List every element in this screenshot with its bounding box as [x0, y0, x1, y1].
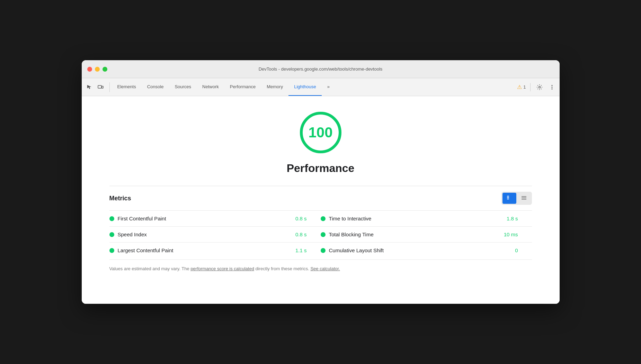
svg-rect-10 — [507, 199, 509, 199]
metric-name-tti: Time to Interactive — [329, 216, 372, 221]
metric-item-tti: Time to Interactive 1.8 s — [321, 216, 532, 221]
metric-name-cls: Cumulative Layout Shift — [329, 247, 384, 253]
metrics-section: Metrics — [109, 186, 532, 272]
metric-value-si: 0.8 s — [295, 231, 321, 237]
svg-point-5 — [551, 88, 552, 89]
tab-performance[interactable]: Performance — [224, 78, 261, 96]
metric-name-tbt: Total Blocking Time — [329, 231, 374, 237]
metric-dot-fcp — [109, 216, 114, 221]
svg-point-2 — [538, 86, 540, 88]
tab-memory[interactable]: Memory — [261, 78, 288, 96]
svg-rect-8 — [507, 196, 509, 197]
metric-value-lcp: 1.1 s — [295, 247, 321, 253]
traffic-lights — [87, 67, 107, 72]
metrics-footer: Values are estimated and may vary. The p… — [109, 260, 532, 272]
toggle-grid-view-button[interactable] — [502, 193, 516, 204]
tab-lighthouse[interactable]: Lighthouse — [288, 78, 322, 96]
metric-value-cls: 0 — [515, 247, 532, 253]
metrics-title: Metrics — [109, 195, 131, 202]
svg-rect-1 — [102, 86, 103, 88]
toolbar-icons — [84, 82, 110, 92]
lighthouse-panel: 100 Performance Metrics — [82, 96, 560, 304]
metric-value-tbt: 10 ms — [504, 231, 532, 237]
settings-button[interactable] — [535, 82, 544, 92]
tab-console[interactable]: Console — [142, 78, 169, 96]
inspect-element-button[interactable] — [84, 82, 94, 92]
warning-icon: ⚠ — [517, 84, 522, 90]
svg-point-4 — [551, 87, 552, 88]
metric-dot-si — [109, 232, 114, 237]
performance-score-link[interactable]: performance score is calculated — [190, 266, 254, 271]
devtools-toolbar: Elements Console Sources Network Perform… — [82, 78, 560, 96]
divider — [530, 83, 531, 91]
calculator-link[interactable]: See calculator. — [310, 266, 340, 271]
metric-dot-lcp — [109, 248, 114, 253]
score-section: 100 Performance — [109, 110, 532, 175]
svg-point-3 — [551, 85, 552, 86]
metrics-grid: First Contentful Paint 0.8 s Time to Int… — [109, 210, 532, 258]
svg-rect-9 — [507, 197, 509, 198]
metric-name-fcp: First Contentful Paint — [118, 216, 166, 221]
metrics-header: Metrics — [109, 192, 532, 205]
tab-network[interactable]: Network — [197, 78, 224, 96]
svg-rect-0 — [98, 85, 101, 88]
metric-dot-cls — [321, 248, 326, 253]
svg-rect-12 — [522, 198, 526, 198]
score-number: 100 — [308, 124, 332, 141]
devtools-window: DevTools - developers.google.com/web/too… — [82, 60, 560, 304]
svg-rect-11 — [522, 196, 526, 197]
score-label: Performance — [287, 162, 355, 175]
metric-item-cls: Cumulative Layout Shift 0 — [321, 247, 532, 253]
metric-name-si: Speed Index — [118, 231, 147, 237]
metric-row-3: Largest Contentful Paint 1.1 s Cumulativ… — [109, 242, 532, 258]
metric-value-fcp: 0.8 s — [295, 216, 321, 221]
window-title: DevTools - developers.google.com/web/too… — [259, 66, 383, 72]
toolbar-right: ⚠ 1 — [514, 82, 557, 92]
tab-list: Elements Console Sources Network Perform… — [112, 78, 514, 96]
score-circle: 100 — [298, 110, 343, 155]
tab-elements[interactable]: Elements — [112, 78, 142, 96]
device-toggle-button[interactable] — [96, 82, 105, 92]
metric-value-tti: 1.8 s — [507, 216, 532, 221]
metric-name-lcp: Largest Contentful Paint — [118, 247, 173, 253]
maximize-button[interactable] — [103, 67, 107, 72]
svg-rect-13 — [522, 199, 526, 200]
title-bar: DevTools - developers.google.com/web/too… — [82, 60, 560, 78]
metric-dot-tbt — [321, 232, 326, 237]
metric-item-tbt: Total Blocking Time 10 ms — [321, 231, 532, 237]
metric-item-lcp: Largest Contentful Paint 1.1 s — [109, 247, 321, 253]
metric-row-1: First Contentful Paint 0.8 s Time to Int… — [109, 210, 532, 226]
minimize-button[interactable] — [95, 67, 100, 72]
metric-dot-tti — [321, 216, 326, 221]
tab-sources[interactable]: Sources — [169, 78, 197, 96]
toggle-list-view-button[interactable] — [517, 193, 531, 204]
metric-item-fcp: First Contentful Paint 0.8 s — [109, 216, 321, 221]
more-tabs-button[interactable]: » — [322, 78, 335, 96]
view-toggle — [501, 192, 532, 205]
more-options-button[interactable] — [547, 82, 557, 92]
metric-item-si: Speed Index 0.8 s — [109, 231, 321, 237]
metric-row-2: Speed Index 0.8 s Total Blocking Time 10… — [109, 226, 532, 242]
close-button[interactable] — [87, 67, 92, 72]
warning-badge[interactable]: ⚠ 1 — [517, 84, 526, 90]
